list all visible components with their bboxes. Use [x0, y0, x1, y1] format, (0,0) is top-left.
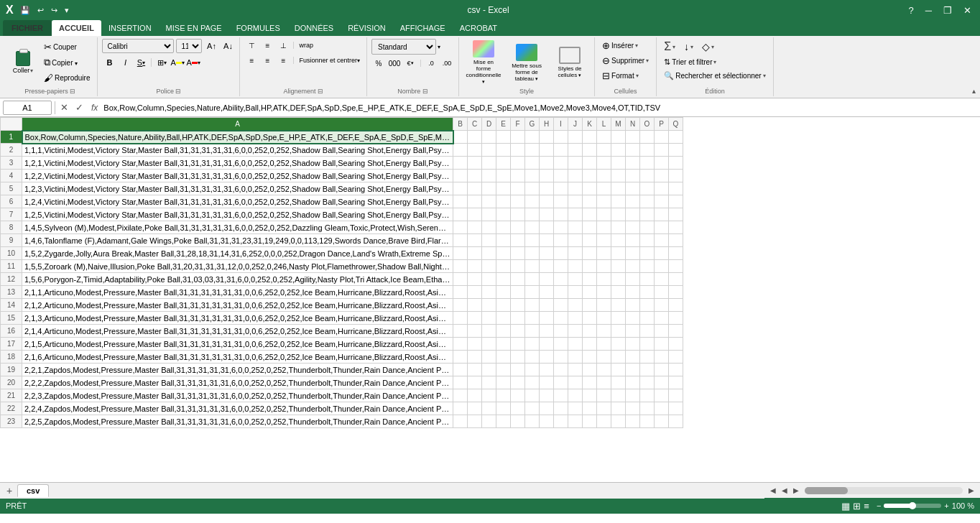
top-align-button[interactable]: ⊤	[244, 39, 259, 52]
cell-E20[interactable]	[496, 376, 511, 389]
customize-qat-button[interactable]: ▾	[63, 4, 71, 17]
cell-G4[interactable]	[525, 170, 540, 182]
cell-L3[interactable]	[597, 157, 611, 170]
col-header-N[interactable]: N	[626, 118, 640, 131]
cell-M22[interactable]	[611, 402, 626, 415]
cell-G18[interactable]	[525, 351, 540, 364]
cell-C11[interactable]	[468, 260, 482, 273]
cell-O22[interactable]	[640, 402, 655, 415]
cell-O13[interactable]	[640, 286, 655, 299]
cell-F21[interactable]	[511, 389, 525, 402]
cell-H4[interactable]	[540, 170, 554, 182]
cell-B3[interactable]	[453, 157, 468, 170]
cell-Q17[interactable]	[669, 338, 683, 351]
row-header-21[interactable]: 21	[1, 389, 22, 402]
supprimer-button[interactable]: ⊖ Supprimer ▾	[599, 54, 652, 68]
cell-G6[interactable]	[525, 195, 540, 208]
scroll-track[interactable]	[805, 487, 963, 494]
cell-O16[interactable]	[640, 325, 655, 338]
cell-E14[interactable]	[496, 299, 511, 312]
cell-M14[interactable]	[611, 299, 626, 312]
tab-accueil[interactable]: ACCUEIL	[52, 20, 101, 36]
cell-P18[interactable]	[655, 351, 669, 364]
copier-button[interactable]: ⧉ Copier ▾	[41, 55, 93, 70]
cell-B2[interactable]	[453, 144, 468, 157]
cell-H8[interactable]	[540, 221, 554, 234]
cell-B1[interactable]	[453, 131, 468, 144]
cell-J14[interactable]	[568, 299, 583, 312]
cell-E3[interactable]	[496, 157, 511, 170]
tab-affichage[interactable]: AFFICHAGE	[393, 20, 453, 36]
cell-K7[interactable]	[583, 208, 597, 221]
cell-P22[interactable]	[655, 402, 669, 415]
ribbon-expand-button[interactable]: ▴	[972, 87, 976, 95]
cell-Q14[interactable]	[669, 299, 683, 312]
cell-P12[interactable]	[655, 273, 669, 286]
cell-K19[interactable]	[583, 364, 597, 376]
cell-L10[interactable]	[597, 247, 611, 260]
cell-H19[interactable]	[540, 364, 554, 376]
scroll-right-button[interactable]: ◀	[779, 486, 790, 494]
cell-M23[interactable]	[611, 415, 626, 428]
row-header-1[interactable]: 1	[1, 131, 22, 144]
cell-K10[interactable]	[583, 247, 597, 260]
cell-K11[interactable]	[583, 260, 597, 273]
cell-O3[interactable]	[640, 157, 655, 170]
add-sheet-button[interactable]: +	[3, 484, 16, 497]
cell-I18[interactable]	[554, 351, 568, 364]
cell-O21[interactable]	[640, 389, 655, 402]
cell-H17[interactable]	[540, 338, 554, 351]
cell-D16[interactable]	[482, 325, 496, 338]
cell-G10[interactable]	[525, 247, 540, 260]
row-header-9[interactable]: 9	[1, 234, 22, 247]
tab-revision[interactable]: RÉVISION	[341, 20, 393, 36]
cell-B15[interactable]	[453, 312, 468, 325]
row-header-15[interactable]: 15	[1, 312, 22, 325]
cell-N23[interactable]	[626, 415, 640, 428]
format-button[interactable]: ⊟ Format ▾	[599, 69, 642, 83]
cell-C7[interactable]	[468, 208, 482, 221]
cell-A8[interactable]: 1,4,5,Sylveon (M),Modest,Pixilate,Poke B…	[22, 221, 453, 234]
cell-I10[interactable]	[554, 247, 568, 260]
currency-button[interactable]: € ▾	[403, 57, 417, 70]
cell-Q13[interactable]	[669, 286, 683, 299]
cell-A21[interactable]: 2,2,3,Zapdos,Modest,Pressure,Master Ball…	[22, 389, 453, 402]
cell-E4[interactable]	[496, 170, 511, 182]
cancel-formula-button[interactable]: ✕	[58, 102, 70, 113]
cell-H10[interactable]	[540, 247, 554, 260]
cell-P6[interactable]	[655, 195, 669, 208]
cell-B6[interactable]	[453, 195, 468, 208]
cell-D13[interactable]	[482, 286, 496, 299]
cell-J3[interactable]	[568, 157, 583, 170]
cell-O11[interactable]	[640, 260, 655, 273]
cell-J6[interactable]	[568, 195, 583, 208]
cell-I13[interactable]	[554, 286, 568, 299]
cell-I3[interactable]	[554, 157, 568, 170]
cell-E13[interactable]	[496, 286, 511, 299]
cell-E8[interactable]	[496, 221, 511, 234]
scroll-left-button[interactable]: ◀	[767, 486, 779, 494]
cell-J20[interactable]	[568, 376, 583, 389]
cell-B5[interactable]	[453, 182, 468, 195]
cell-A10[interactable]: 1,5,2,Zygarde,Jolly,Aura Break,Master Ba…	[22, 247, 453, 260]
cell-F17[interactable]	[511, 338, 525, 351]
cell-Q20[interactable]	[669, 376, 683, 389]
number-format-select[interactable]: Standard	[371, 39, 436, 55]
cell-H13[interactable]	[540, 286, 554, 299]
cell-F18[interactable]	[511, 351, 525, 364]
cell-B13[interactable]	[453, 286, 468, 299]
cell-B19[interactable]	[453, 364, 468, 376]
col-header-L[interactable]: L	[597, 118, 611, 131]
cell-C5[interactable]	[468, 182, 482, 195]
cell-C9[interactable]	[468, 234, 482, 247]
effacer-button[interactable]: ◇ ▾	[699, 40, 717, 54]
cell-O9[interactable]	[640, 234, 655, 247]
cell-reference-box[interactable]	[3, 101, 52, 115]
cell-N5[interactable]	[626, 182, 640, 195]
cell-C16[interactable]	[468, 325, 482, 338]
cell-D14[interactable]	[482, 299, 496, 312]
cell-H12[interactable]	[540, 273, 554, 286]
cell-Q7[interactable]	[669, 208, 683, 221]
layout-view-button[interactable]: ⊞	[853, 501, 861, 512]
remplissage-button[interactable]: ↓ ▾	[681, 40, 696, 54]
